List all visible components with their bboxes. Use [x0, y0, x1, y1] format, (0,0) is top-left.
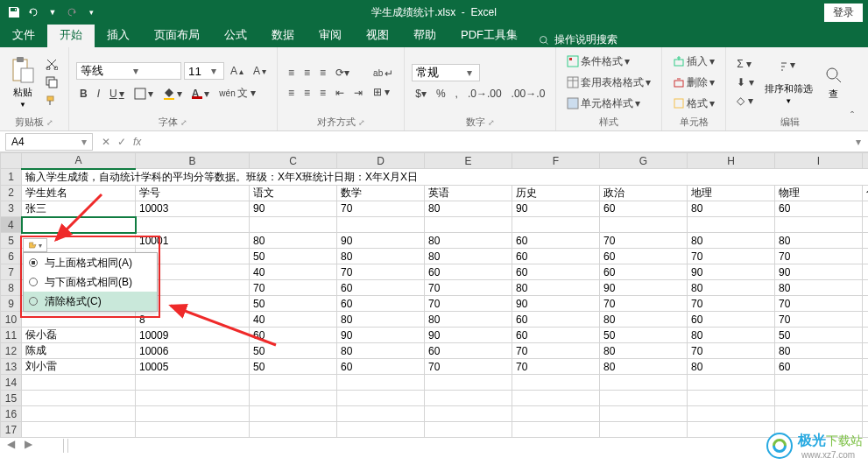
fx-icon[interactable]: fx — [133, 136, 141, 148]
format-painter-button[interactable] — [42, 93, 61, 109]
align-middle-icon[interactable]: ≡ — [300, 65, 314, 81]
login-button[interactable]: 登录 — [824, 4, 863, 22]
decrease-decimal-icon[interactable]: .00→.0 — [508, 86, 549, 102]
col-header-D[interactable]: D — [337, 153, 425, 169]
col-header-J[interactable]: J — [863, 153, 869, 169]
table-row: 15 — [1, 391, 869, 406]
svg-rect-3 — [21, 68, 33, 82]
tab-pdf-tools[interactable]: PDF工具集 — [448, 23, 530, 47]
tell-me-search[interactable]: 操作说明搜索 — [539, 32, 617, 47]
insert-option-clear-format[interactable]: 清除格式(C) — [24, 292, 157, 311]
formula-input[interactable] — [150, 133, 852, 151]
save-icon[interactable] — [7, 5, 21, 19]
tab-view[interactable]: 视图 — [354, 23, 401, 47]
group-label-clipboard: 剪贴板 ⤢ — [7, 116, 61, 129]
format-cells-button[interactable]: 格式 ▾ — [669, 95, 718, 113]
format-as-table-button[interactable]: 套用表格格式 ▾ — [563, 74, 654, 92]
undo-icon[interactable] — [26, 5, 40, 19]
svg-rect-10 — [164, 98, 174, 100]
cell-styles-button[interactable]: 单元格样式 ▾ — [563, 95, 654, 113]
percent-format-icon[interactable]: % — [433, 86, 449, 102]
align-right-icon[interactable]: ≡ — [316, 85, 329, 101]
redo-icon[interactable] — [65, 5, 79, 19]
align-center-icon[interactable]: ≡ — [300, 85, 314, 101]
col-header-G[interactable]: G — [600, 153, 688, 169]
underline-button[interactable]: U ▾ — [106, 86, 128, 102]
conditional-format-button[interactable]: 条件格式 ▾ — [563, 53, 654, 71]
increase-decimal-icon[interactable]: .0→.00 — [464, 86, 505, 102]
table-row: 2学生姓名学号语文数学英语历史政治地理物理化学 — [1, 185, 869, 201]
column-headers: A B C D E F G H I J — [1, 153, 869, 169]
orientation-icon[interactable]: ⟳▾ — [332, 65, 353, 81]
sort-filter-button[interactable]: 排序和筛选▼ — [761, 51, 816, 114]
tab-review[interactable]: 审阅 — [307, 23, 354, 47]
insert-option-same-below[interactable]: 与下面格式相同(B) — [24, 272, 157, 292]
group-label-font: 字体 ⤢ — [76, 116, 270, 129]
bold-button[interactable]: B — [76, 86, 91, 102]
tab-help[interactable]: 帮助 — [401, 23, 448, 47]
group-font: ▾ ▾ A▴ A▾ B I U ▾ ▾ ▾ A ▾ wén文 ▾ 字体 ⤢ — [69, 47, 278, 130]
sheet-nav-next-icon[interactable]: ▶ — [21, 437, 35, 451]
find-select-button[interactable]: 查 — [820, 51, 848, 114]
col-header-A[interactable]: A — [22, 153, 136, 169]
decrease-font-icon[interactable]: A▾ — [250, 63, 270, 79]
indent-increase-icon[interactable]: ⇥ — [350, 85, 366, 101]
svg-rect-9 — [135, 88, 145, 99]
fill-color-button[interactable]: ▾ — [159, 86, 186, 102]
increase-font-icon[interactable]: A▴ — [227, 63, 247, 79]
spreadsheet-grid[interactable]: A B C D E F G H I J 1输入学生成绩，自动统计学科的平均分等数… — [0, 152, 868, 441]
col-header-H[interactable]: H — [688, 153, 775, 169]
merge-center-button[interactable]: ⊞ ▾ — [370, 84, 397, 100]
sheet-nav-prev-icon[interactable]: ◀ — [4, 437, 18, 451]
insert-option-same-above[interactable]: 与上面格式相同(A) — [24, 253, 157, 272]
expand-formula-bar-icon[interactable]: ▾ — [852, 136, 864, 148]
table-row: 14 — [1, 375, 869, 391]
name-box[interactable]: A4▾ — [5, 133, 93, 151]
tab-insert[interactable]: 插入 — [95, 23, 142, 47]
insert-cells-button[interactable]: 插入 ▾ — [669, 53, 718, 71]
wrap-text-button[interactable]: ab↵ — [370, 66, 397, 81]
group-label-alignment: 对齐方式 ⤢ — [285, 116, 397, 129]
svg-rect-2 — [17, 57, 24, 62]
insert-options-button[interactable]: ▾ — [23, 238, 47, 252]
number-format-combo[interactable]: ▾ — [412, 64, 480, 81]
clear-button[interactable]: ◇ ▾ — [733, 93, 757, 109]
comma-format-icon[interactable]: , — [452, 86, 462, 102]
fill-button[interactable]: ⬇ ▾ — [733, 74, 757, 90]
align-top-icon[interactable]: ≡ — [285, 65, 298, 81]
font-name-combo[interactable]: ▾ — [76, 62, 181, 80]
border-button[interactable]: ▾ — [131, 86, 157, 102]
phonetic-button[interactable]: wén文 ▾ — [215, 84, 259, 102]
tab-formulas[interactable]: 公式 — [212, 23, 259, 47]
tab-home[interactable]: 开始 — [47, 23, 95, 47]
col-header-B[interactable]: B — [136, 153, 250, 169]
col-header-C[interactable]: C — [250, 153, 337, 169]
accounting-format-icon[interactable]: $▾ — [412, 86, 430, 102]
svg-point-0 — [540, 36, 547, 43]
col-header-F[interactable]: F — [512, 153, 600, 169]
select-all-button[interactable] — [1, 153, 22, 169]
collapse-ribbon-icon[interactable]: ˆ — [850, 110, 864, 124]
font-color-button[interactable]: A ▾ — [188, 86, 214, 102]
indent-decrease-icon[interactable]: ⇤ — [332, 85, 348, 101]
align-left-icon[interactable]: ≡ — [285, 85, 298, 101]
tab-page-layout[interactable]: 页面布局 — [142, 23, 212, 47]
tab-file[interactable]: 文件 — [0, 23, 47, 47]
tab-data[interactable]: 数据 — [259, 23, 307, 47]
align-bottom-icon[interactable]: ≡ — [316, 65, 329, 81]
qat-customize-icon[interactable]: ▾ — [84, 5, 98, 19]
col-header-E[interactable]: E — [425, 153, 512, 169]
tab-split-handle[interactable] — [63, 439, 68, 453]
dropdown-icon[interactable]: ▼ — [46, 5, 60, 19]
table-row: 12陈成1000650806070807080 — [1, 343, 869, 359]
col-header-I[interactable]: I — [775, 153, 863, 169]
italic-button[interactable]: I — [94, 86, 103, 102]
autosum-button[interactable]: Σ ▾ — [733, 56, 757, 72]
delete-cells-button[interactable]: 删除 ▾ — [669, 74, 718, 92]
svg-rect-15 — [674, 60, 683, 66]
cut-button[interactable] — [42, 56, 61, 72]
paste-button[interactable]: 粘贴 ▼ — [7, 51, 39, 114]
copy-button[interactable] — [42, 74, 61, 90]
group-clipboard: 粘贴 ▼ 剪贴板 ⤢ — [0, 47, 69, 130]
font-size-combo[interactable]: ▾ — [184, 62, 224, 80]
